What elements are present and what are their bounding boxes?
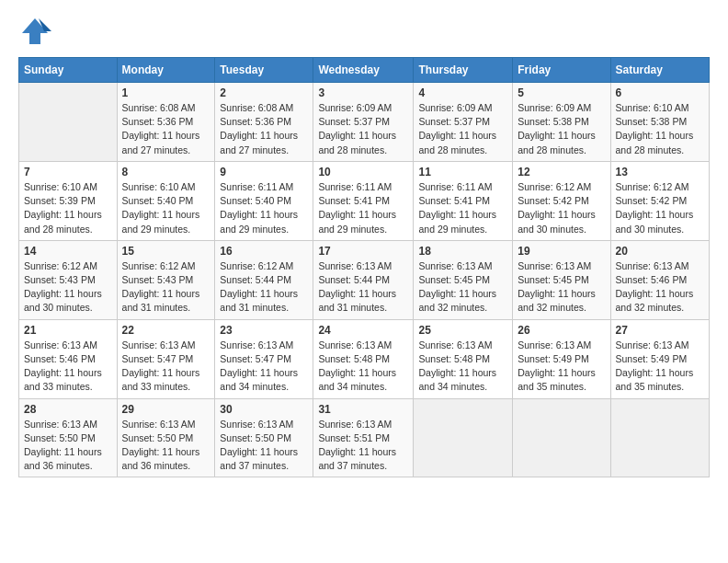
day-info: Sunrise: 6:09 AM Sunset: 5:38 PM Dayligh… xyxy=(518,101,605,157)
calendar-cell: 12 Sunrise: 6:12 AM Sunset: 5:42 PM Dayl… xyxy=(513,161,610,240)
page-header xyxy=(18,15,710,48)
sunrise-text: Sunrise: 6:08 AM xyxy=(220,102,293,113)
calendar-cell: 15 Sunrise: 6:12 AM Sunset: 5:43 PM Dayl… xyxy=(117,240,215,319)
sunset-text: Sunset: 5:48 PM xyxy=(318,353,390,364)
daylight-text: Daylight: 11 hours and 35 minutes. xyxy=(518,367,596,392)
calendar-body: 1 Sunrise: 6:08 AM Sunset: 5:36 PM Dayli… xyxy=(19,83,710,477)
calendar-cell: 4 Sunrise: 6:09 AM Sunset: 5:37 PM Dayli… xyxy=(414,83,513,162)
calendar-cell: 31 Sunrise: 6:13 AM Sunset: 5:51 PM Dayl… xyxy=(313,398,414,477)
sunrise-text: Sunrise: 6:12 AM xyxy=(518,181,591,192)
sunset-text: Sunset: 5:43 PM xyxy=(24,274,96,285)
calendar-cell: 17 Sunrise: 6:13 AM Sunset: 5:44 PM Dayl… xyxy=(313,240,414,319)
day-number: 18 xyxy=(418,245,507,258)
daylight-text: Daylight: 11 hours and 36 minutes. xyxy=(122,446,200,471)
sunset-text: Sunset: 5:38 PM xyxy=(616,116,688,127)
day-info: Sunrise: 6:11 AM Sunset: 5:40 PM Dayligh… xyxy=(220,180,308,236)
day-header-monday: Monday xyxy=(117,58,215,83)
calendar-table: SundayMondayTuesdayWednesdayThursdayFrid… xyxy=(18,57,710,477)
day-number: 8 xyxy=(122,166,210,178)
calendar-cell: 21 Sunrise: 6:13 AM Sunset: 5:46 PM Dayl… xyxy=(19,319,118,398)
day-number: 22 xyxy=(122,324,210,337)
day-number: 29 xyxy=(122,403,210,416)
day-info: Sunrise: 6:11 AM Sunset: 5:41 PM Dayligh… xyxy=(418,180,507,236)
sunset-text: Sunset: 5:43 PM xyxy=(122,274,194,285)
day-header-friday: Friday xyxy=(513,58,610,83)
day-info: Sunrise: 6:13 AM Sunset: 5:46 PM Dayligh… xyxy=(24,339,112,395)
sunset-text: Sunset: 5:39 PM xyxy=(24,195,96,206)
sunset-text: Sunset: 5:38 PM xyxy=(518,116,589,127)
day-number: 23 xyxy=(220,324,308,337)
day-number: 20 xyxy=(616,245,705,258)
day-number: 24 xyxy=(318,324,408,337)
day-number: 27 xyxy=(616,324,705,337)
day-info: Sunrise: 6:11 AM Sunset: 5:41 PM Dayligh… xyxy=(318,180,408,236)
day-header-sunday: Sunday xyxy=(19,58,118,83)
calendar-week-4: 21 Sunrise: 6:13 AM Sunset: 5:46 PM Dayl… xyxy=(19,319,710,398)
day-info: Sunrise: 6:13 AM Sunset: 5:48 PM Dayligh… xyxy=(318,339,408,395)
day-header-tuesday: Tuesday xyxy=(215,58,313,83)
day-number: 31 xyxy=(318,403,408,416)
day-number: 19 xyxy=(518,245,605,258)
sunset-text: Sunset: 5:41 PM xyxy=(318,195,390,206)
day-number: 25 xyxy=(418,324,507,337)
day-number: 28 xyxy=(24,403,112,416)
sunset-text: Sunset: 5:44 PM xyxy=(220,274,291,285)
sunrise-text: Sunrise: 6:13 AM xyxy=(318,339,392,350)
daylight-text: Daylight: 11 hours and 32 minutes. xyxy=(418,288,496,313)
calendar-week-2: 7 Sunrise: 6:10 AM Sunset: 5:39 PM Dayli… xyxy=(19,161,710,240)
calendar-cell: 16 Sunrise: 6:12 AM Sunset: 5:44 PM Dayl… xyxy=(215,240,313,319)
day-number: 2 xyxy=(220,86,308,99)
day-number: 4 xyxy=(418,86,507,99)
daylight-text: Daylight: 11 hours and 29 minutes. xyxy=(220,209,298,234)
sunrise-text: Sunrise: 6:13 AM xyxy=(220,339,293,350)
calendar-cell: 18 Sunrise: 6:13 AM Sunset: 5:45 PM Dayl… xyxy=(414,240,513,319)
day-info: Sunrise: 6:13 AM Sunset: 5:47 PM Dayligh… xyxy=(122,339,210,395)
day-number: 17 xyxy=(318,245,408,258)
sunrise-text: Sunrise: 6:13 AM xyxy=(122,339,196,350)
day-header-wednesday: Wednesday xyxy=(313,58,414,83)
calendar-cell: 24 Sunrise: 6:13 AM Sunset: 5:48 PM Dayl… xyxy=(313,319,414,398)
calendar-cell: 3 Sunrise: 6:09 AM Sunset: 5:37 PM Dayli… xyxy=(313,83,414,162)
sunrise-text: Sunrise: 6:13 AM xyxy=(318,419,392,430)
sunrise-text: Sunrise: 6:12 AM xyxy=(220,260,293,271)
calendar-cell xyxy=(19,83,118,162)
day-info: Sunrise: 6:12 AM Sunset: 5:42 PM Dayligh… xyxy=(518,180,605,236)
day-info: Sunrise: 6:08 AM Sunset: 5:36 PM Dayligh… xyxy=(122,101,210,157)
day-info: Sunrise: 6:13 AM Sunset: 5:48 PM Dayligh… xyxy=(418,339,507,395)
sunrise-text: Sunrise: 6:11 AM xyxy=(318,181,392,192)
sunrise-text: Sunrise: 6:13 AM xyxy=(518,260,591,271)
sunset-text: Sunset: 5:50 PM xyxy=(122,432,194,443)
sunrise-text: Sunrise: 6:08 AM xyxy=(122,102,196,113)
day-header-thursday: Thursday xyxy=(414,58,513,83)
daylight-text: Daylight: 11 hours and 29 minutes. xyxy=(318,209,396,234)
calendar-cell: 6 Sunrise: 6:10 AM Sunset: 5:38 PM Dayli… xyxy=(610,83,710,162)
calendar-cell: 25 Sunrise: 6:13 AM Sunset: 5:48 PM Dayl… xyxy=(414,319,513,398)
day-number: 10 xyxy=(318,166,408,178)
calendar-cell: 26 Sunrise: 6:13 AM Sunset: 5:49 PM Dayl… xyxy=(513,319,610,398)
day-info: Sunrise: 6:09 AM Sunset: 5:37 PM Dayligh… xyxy=(418,101,507,157)
daylight-text: Daylight: 11 hours and 29 minutes. xyxy=(122,209,200,234)
calendar-week-5: 28 Sunrise: 6:13 AM Sunset: 5:50 PM Dayl… xyxy=(19,398,710,477)
sunrise-text: Sunrise: 6:13 AM xyxy=(418,339,492,350)
day-info: Sunrise: 6:08 AM Sunset: 5:36 PM Dayligh… xyxy=(220,101,308,157)
daylight-text: Daylight: 11 hours and 37 minutes. xyxy=(318,446,396,471)
daylight-text: Daylight: 11 hours and 36 minutes. xyxy=(24,446,102,471)
sunset-text: Sunset: 5:46 PM xyxy=(616,274,688,285)
calendar-cell: 7 Sunrise: 6:10 AM Sunset: 5:39 PM Dayli… xyxy=(19,161,118,240)
day-info: Sunrise: 6:13 AM Sunset: 5:46 PM Dayligh… xyxy=(616,259,705,316)
day-info: Sunrise: 6:10 AM Sunset: 5:38 PM Dayligh… xyxy=(616,101,705,157)
sunrise-text: Sunrise: 6:12 AM xyxy=(24,260,97,271)
sunset-text: Sunset: 5:41 PM xyxy=(418,195,490,206)
day-number: 14 xyxy=(24,245,112,258)
day-info: Sunrise: 6:12 AM Sunset: 5:42 PM Dayligh… xyxy=(616,180,705,236)
sunset-text: Sunset: 5:47 PM xyxy=(122,353,194,364)
day-info: Sunrise: 6:09 AM Sunset: 5:37 PM Dayligh… xyxy=(318,101,408,157)
day-info: Sunrise: 6:13 AM Sunset: 5:45 PM Dayligh… xyxy=(418,259,507,316)
calendar-cell xyxy=(610,398,710,477)
sunset-text: Sunset: 5:40 PM xyxy=(122,195,194,206)
calendar-header: SundayMondayTuesdayWednesdayThursdayFrid… xyxy=(19,58,710,83)
day-info: Sunrise: 6:13 AM Sunset: 5:44 PM Dayligh… xyxy=(318,259,408,316)
sunrise-text: Sunrise: 6:13 AM xyxy=(24,419,97,430)
sunrise-text: Sunrise: 6:09 AM xyxy=(318,102,392,113)
sunrise-text: Sunrise: 6:12 AM xyxy=(122,260,196,271)
